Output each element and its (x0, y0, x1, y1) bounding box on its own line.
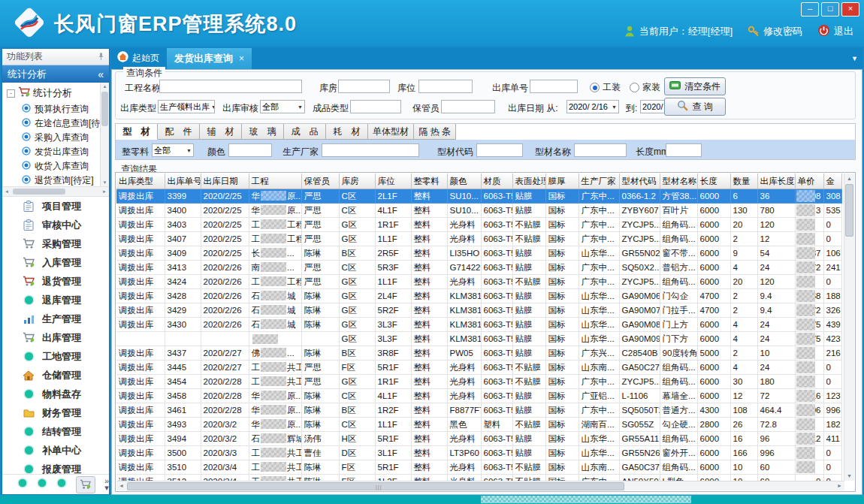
column-header[interactable]: 单价 (795, 174, 823, 189)
column-header[interactable]: 库位 (375, 174, 411, 189)
table-row[interactable]: 调拨出库35002020/3/3工共工程曹佳D区3L1F整料LT3P606063… (116, 446, 841, 460)
tab-overflow-icon[interactable]: ▼ (851, 55, 858, 62)
column-header[interactable]: 库房 (339, 174, 375, 189)
material-tab-3[interactable]: 玻 璃 (242, 124, 284, 140)
table-row[interactable]: 调拨出库35102020/3/4工共工程陈琳F区5R1F整料光身料6063-T5… (116, 460, 841, 475)
table-row[interactable]: 调拨出库34072020/2/25工工程严思G区1L1F整料光身料6063-T5… (116, 232, 841, 246)
table-row[interactable]: 调拨出库34612020/2/28华原...陈琳B区1R2F整料F8877FT6… (116, 403, 841, 418)
column-header[interactable]: 型材代码 (619, 174, 660, 189)
grid-vertical-scrollbar[interactable]: ▲ ▼ (844, 174, 854, 481)
column-header[interactable]: 出库单号 (165, 174, 201, 189)
table-row[interactable]: 调拨出库34942020/3/2石辉城汤伟H区5R1F整料光身料6063-T5贴… (116, 432, 841, 446)
table-row[interactable]: 调拨出库34242020/2/26工工程严思G区1L1F整料光身料6063-T5… (116, 275, 841, 289)
column-header[interactable]: 整零料 (411, 174, 447, 189)
radio-work-install[interactable]: 工装 (590, 81, 621, 94)
table-row[interactable]: 调拨出库34032020/2/25工工程严思G区1R1F整料光身料6063-T5… (116, 218, 841, 232)
sidebar-item-0[interactable]: 项目管理 (2, 197, 109, 216)
table-row[interactable]: 调拨出库34292020/2/26石城陈琳G区5R2F整料KLM38176063… (116, 303, 841, 318)
tree-expander-icon[interactable]: - (7, 89, 15, 98)
clear-conditions-button[interactable]: 清空条件 (664, 77, 726, 95)
stats-group-header[interactable]: 统计分析 « (2, 65, 109, 83)
material-tab-7[interactable]: 隔 热 条 (414, 124, 456, 140)
column-header[interactable]: 出库类型 (116, 174, 165, 189)
table-row[interactable]: 调拨出库34092020/2/25长...陈琳B区2R5F整料LI35HO606… (116, 246, 841, 261)
sidebar-item-4[interactable]: 退货管理 (2, 272, 109, 291)
grid-horizontal-scrollbar[interactable]: ◄ ||| ► (116, 481, 844, 490)
table-row[interactable]: 调拨出库34132020/2/26南...严思C区5R3F整料G71422606… (116, 261, 841, 275)
column-header[interactable]: 保管员 (301, 174, 339, 189)
sidebar-item-1[interactable]: 审核中心 (2, 216, 109, 234)
search-button[interactable]: 查 询 (664, 98, 726, 116)
table-row[interactable]: 调拨出库34282020/2/26石城陈琳G区2L4F整料KLM38176063… (116, 289, 841, 303)
column-header[interactable]: 生产厂家 (579, 174, 619, 189)
code-input[interactable] (476, 143, 523, 157)
scroll-down-icon[interactable]: ▼ (844, 473, 854, 478)
close-button[interactable]: × (841, 2, 859, 17)
table-row[interactable]: 调拨出库34002020/2/25华原...严思C区4L1F整料SU10...6… (116, 204, 841, 218)
table-row[interactable]: 调拨出库34372020/2/27佛...陈琳B区3R8F整料PW056063-… (116, 346, 841, 361)
tree-item-0[interactable]: 预算执行查询 (2, 102, 109, 116)
column-header[interactable]: 工程 (249, 174, 301, 189)
scroll-up-icon[interactable]: ▲ (844, 176, 854, 181)
table-row[interactable]: 调拨出库33992020/2/25华原...严思C区2L1F整料SU10...6… (116, 189, 841, 204)
scroll-up-icon[interactable]: ▲ (101, 84, 109, 89)
material-tab-1[interactable]: 配 件 (158, 124, 200, 140)
change-password-button[interactable]: 修改密码 (748, 25, 802, 39)
scrollbar-thumb[interactable] (101, 92, 108, 126)
sidebar-item-11[interactable]: 财务管理 (2, 403, 109, 422)
tab-close-icon[interactable]: × (239, 53, 244, 64)
sidebar-item-8[interactable]: 工地管理 (2, 347, 109, 366)
name-input[interactable] (574, 143, 627, 157)
scrollbar-thumb[interactable] (13, 189, 65, 195)
order-no-input[interactable] (530, 80, 578, 93)
scrollbar-thumb[interactable]: ||| (127, 482, 624, 490)
project-name-input[interactable] (159, 80, 302, 93)
outbound-type-select[interactable]: 生产领料出库▼ (158, 100, 215, 113)
table-row[interactable]: 调拨出库34452020/2/27工共工程严思F区5R1F整料光身料6063-T… (116, 361, 841, 375)
scroll-left-icon[interactable]: ◄ (5, 189, 9, 194)
sidebar-item-3[interactable]: 入库管理 (2, 253, 109, 272)
sidebar-overflow-button[interactable]: »▾ (104, 478, 109, 491)
tree-item-5[interactable]: 退货查询[待定] (2, 174, 109, 187)
slot-input[interactable] (418, 80, 473, 93)
scroll-left-icon[interactable]: ◄ (119, 483, 124, 488)
maker-input[interactable] (322, 143, 419, 157)
audit-select[interactable]: 全部▼ (260, 100, 305, 113)
column-header[interactable]: 表面处理 (512, 174, 545, 189)
scrollbar-thumb[interactable] (845, 184, 853, 237)
scroll-right-icon[interactable]: ► (837, 483, 842, 488)
sidebar-item-6[interactable]: 生产管理 (2, 309, 109, 328)
tree-item-2[interactable]: 采购入库查询 (2, 131, 109, 145)
tree-vertical-scrollbar[interactable]: ▲ ▼ (100, 83, 109, 186)
radio-home-install[interactable]: 家装 (630, 81, 660, 94)
tree-horizontal-scrollbar[interactable]: ◄ ► (2, 187, 109, 197)
scroll-right-icon[interactable]: ► (102, 189, 107, 194)
material-tab-4[interactable]: 成 品 (284, 124, 326, 140)
material-tab-5[interactable]: 耗 材 (326, 124, 368, 140)
sidebar-item-5[interactable]: 退库管理 (2, 291, 109, 309)
sidebar-item-7[interactable]: 出库管理 (2, 328, 109, 347)
table-row[interactable]: G区3L3F整料KLM38176063-T5贴膜国标山东华...GA90M09.… (116, 332, 841, 346)
tree-item-4[interactable]: 收货入库查询 (2, 159, 109, 174)
color-input[interactable] (228, 143, 272, 157)
sidebar-item-2[interactable]: 采购管理 (2, 234, 109, 253)
minimize-button[interactable]: – (801, 2, 819, 17)
logout-button[interactable]: 退出 (817, 24, 853, 39)
nav-dot-icon[interactable] (56, 478, 67, 491)
tab-shipping-query[interactable]: 发货出库查询 × (167, 48, 252, 69)
tree-item-3[interactable]: 发货出库查询 (2, 145, 109, 159)
sidebar-item-13[interactable]: 补单中心 (2, 441, 109, 460)
table-row[interactable]: 调拨出库34932020/3/2华原...陈琳C区1L1F整料黑色塑料不贴膜国标… (116, 418, 841, 432)
tree-root-stats[interactable]: - 统计分析 (2, 83, 109, 102)
column-header[interactable]: 颜色 (447, 174, 481, 189)
material-tab-6[interactable]: 单体型材 (368, 124, 414, 140)
cart-shortcut-button[interactable] (76, 476, 95, 493)
sidebar-item-10[interactable]: 物料盘存 (2, 385, 109, 403)
column-header[interactable]: 材质 (481, 174, 512, 189)
pin-icon[interactable] (98, 52, 104, 62)
maximize-button[interactable]: □ (821, 2, 839, 17)
column-header[interactable]: 长度 (697, 174, 730, 189)
nav-dot-icon[interactable] (37, 478, 47, 491)
material-tab-0[interactable]: 型 材 (116, 124, 158, 140)
collapse-icon[interactable]: « (98, 68, 104, 80)
